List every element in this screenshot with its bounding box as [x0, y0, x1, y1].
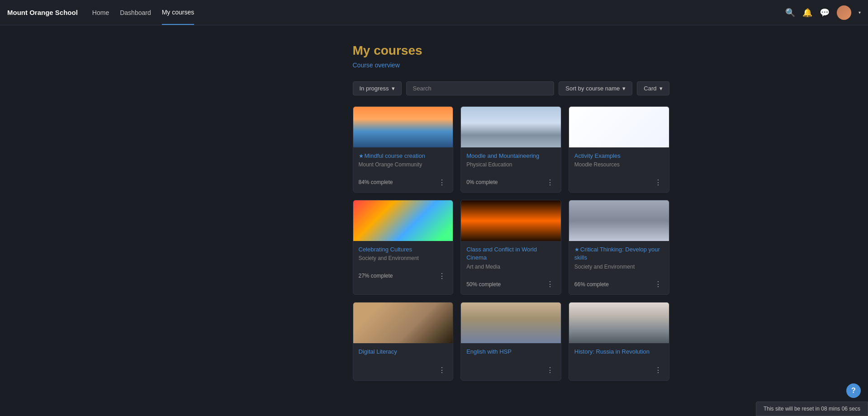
course-title[interactable]: History: Russia in Revolution [574, 348, 664, 356]
course-body: History: Russia in Revolution [569, 343, 669, 365]
course-card-4: Celebrating Cultures Society and Environ… [353, 200, 454, 294]
course-thumbnail[interactable] [353, 107, 453, 147]
course-thumbnail[interactable] [569, 107, 669, 147]
course-body: Digital Literacy [353, 343, 453, 365]
help-button[interactable]: ? [846, 383, 861, 398]
star-icon: ★ [574, 246, 579, 253]
course-menu-button[interactable]: ⋮ [436, 177, 447, 188]
course-footer: 66% complete ⋮ [569, 279, 669, 294]
avatar-caret[interactable]: ▾ [859, 10, 861, 15]
course-progress: 84% complete [359, 179, 393, 185]
course-footer: 0% complete ⋮ [461, 177, 561, 192]
avatar[interactable] [837, 5, 851, 20]
course-menu-button[interactable]: ⋮ [545, 279, 555, 290]
site-brand[interactable]: Mount Orange School [7, 9, 78, 16]
course-body: Celebrating Cultures Society and Environ… [353, 241, 453, 270]
filters-row: In progress ▾ Sort by course name ▾ Card… [353, 81, 669, 95]
course-title[interactable]: ★Critical Thinking: Develop your skills [574, 246, 664, 262]
course-body: English with HSP [461, 343, 561, 365]
content-area: My courses Course overview In progress ▾… [353, 43, 669, 381]
course-footer: ⋮ [569, 365, 669, 380]
messages-icon[interactable]: 💬 [820, 8, 830, 18]
course-card-1: ★Mindful course creation Mount Orange Co… [353, 106, 454, 193]
course-category: Society and Environment [359, 255, 448, 261]
course-footer: ⋮ [569, 177, 669, 192]
course-category: Art and Media [466, 264, 555, 270]
page-subtitle: Course overview [353, 61, 669, 69]
course-title[interactable]: Class and Conflict in World Cinema [466, 246, 555, 262]
search-icon[interactable]: 🔍 [785, 8, 795, 18]
course-category: Society and Environment [574, 264, 664, 270]
course-menu-button[interactable]: ⋮ [653, 279, 664, 290]
search-input[interactable] [406, 81, 555, 95]
course-thumbnail[interactable] [461, 303, 561, 343]
course-link[interactable]: Celebrating Cultures [359, 246, 413, 253]
course-menu-button[interactable]: ⋮ [545, 177, 555, 188]
course-footer: ⋮ [461, 365, 561, 380]
course-title[interactable]: Moodle and Mountaineering [466, 152, 555, 160]
course-menu-button[interactable]: ⋮ [436, 365, 447, 376]
course-thumbnail[interactable] [569, 303, 669, 343]
course-footer: 50% complete ⋮ [461, 279, 561, 294]
course-thumbnail[interactable] [569, 200, 669, 241]
course-card-7: Digital Literacy ⋮ [353, 302, 454, 381]
course-body: Moodle and Mountaineering Physical Educa… [461, 147, 561, 177]
course-card-3: Activity Examples Moodle Resources ⋮ [569, 106, 669, 193]
navbar: Mount Orange School Home Dashboard My co… [0, 0, 868, 25]
course-link[interactable]: Mindful course creation [365, 152, 425, 159]
course-progress: 50% complete [466, 281, 501, 288]
status-filter[interactable]: In progress ▾ [353, 81, 402, 95]
course-title[interactable]: English with HSP [466, 348, 555, 356]
course-title[interactable]: Celebrating Cultures [359, 246, 448, 254]
course-link[interactable]: Moodle and Mountaineering [466, 152, 539, 159]
nav-home[interactable]: Home [92, 1, 109, 24]
course-thumbnail[interactable] [353, 303, 453, 343]
course-title[interactable]: ★Mindful course creation [359, 152, 448, 160]
course-thumbnail[interactable] [353, 200, 453, 241]
course-body: Activity Examples Moodle Resources [569, 147, 669, 177]
course-category: Mount Orange Community [359, 161, 448, 168]
view-filter[interactable]: Card ▾ [637, 81, 669, 95]
course-menu-button[interactable]: ⋮ [653, 365, 664, 376]
course-title[interactable]: Digital Literacy [359, 348, 448, 356]
course-card-9: History: Russia in Revolution ⋮ [569, 302, 669, 381]
course-link[interactable]: Digital Literacy [359, 348, 397, 355]
course-card-6: ★Critical Thinking: Develop your skills … [569, 200, 669, 294]
nav-my-courses[interactable]: My courses [162, 0, 194, 25]
course-menu-button[interactable]: ⋮ [653, 177, 664, 188]
course-footer: ⋮ [353, 365, 453, 380]
course-body: Class and Conflict in World Cinema Art a… [461, 241, 561, 279]
course-menu-button[interactable]: ⋮ [436, 270, 447, 281]
nav-links: Home Dashboard My courses [92, 0, 785, 25]
course-category: Moodle Resources [574, 161, 664, 168]
course-category: Physical Education [466, 161, 555, 168]
course-title[interactable]: Activity Examples [574, 152, 664, 160]
course-progress: 66% complete [574, 281, 609, 288]
course-link[interactable]: English with HSP [466, 348, 512, 355]
course-progress: 0% complete [466, 179, 498, 185]
nav-dashboard[interactable]: Dashboard [120, 1, 151, 24]
page-title: My courses [353, 43, 669, 58]
course-footer: 84% complete ⋮ [353, 177, 453, 192]
reset-bar: This site will be reset in 08 mins 06 se… [756, 402, 868, 416]
nav-right: 🔍 🔔 💬 ▾ [785, 5, 861, 20]
course-menu-button[interactable]: ⋮ [545, 365, 555, 376]
course-card-8: English with HSP ⋮ [460, 302, 561, 381]
course-card-5: Class and Conflict in World Cinema Art a… [460, 200, 561, 294]
course-link[interactable]: Critical Thinking: Develop your skills [574, 246, 660, 261]
course-link[interactable]: History: Russia in Revolution [574, 348, 650, 355]
reset-text: This site will be reset in 08 mins 06 se… [764, 406, 860, 412]
course-thumbnail[interactable] [461, 107, 561, 147]
main-content: My courses Course overview In progress ▾… [0, 25, 868, 399]
course-card-2: Moodle and Mountaineering Physical Educa… [460, 106, 561, 193]
course-link[interactable]: Class and Conflict in World Cinema [466, 246, 537, 261]
notifications-icon[interactable]: 🔔 [802, 8, 812, 18]
course-footer: 27% complete ⋮ [353, 270, 453, 286]
star-icon: ★ [359, 153, 364, 159]
course-thumbnail[interactable] [461, 200, 561, 241]
course-body: ★Mindful course creation Mount Orange Co… [353, 147, 453, 177]
courses-grid: ★Mindful course creation Mount Orange Co… [353, 106, 669, 381]
sort-filter[interactable]: Sort by course name ▾ [559, 81, 632, 95]
course-link[interactable]: Activity Examples [574, 152, 621, 159]
course-progress: 27% complete [359, 273, 393, 279]
